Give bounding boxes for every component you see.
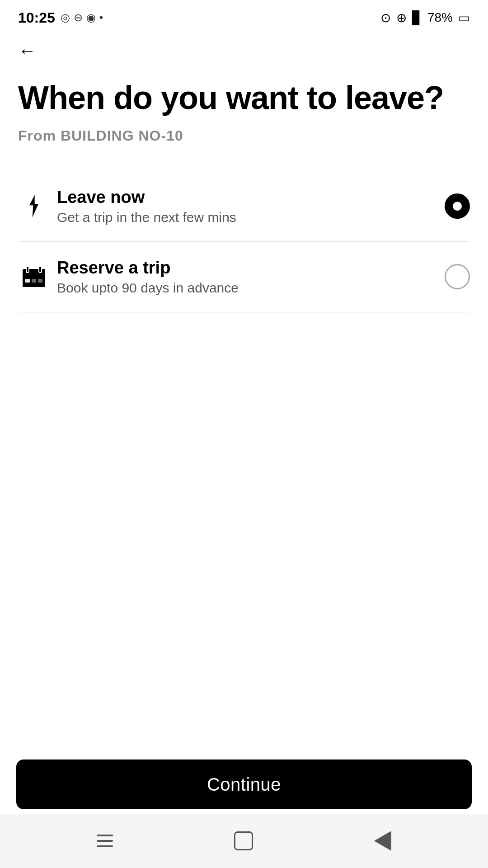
location-icon: ⊙ [380,10,391,25]
option-reserve-trip[interactable]: Reserve a trip Book upto 90 days in adva… [18,242,470,312]
nav-back-button[interactable] [374,831,391,851]
subtitle-location: BUILDING NO-10 [61,127,183,144]
status-time: 10:25 [18,9,55,26]
option-leave-now[interactable]: Leave now Get a trip in the next few min… [18,171,470,242]
svg-rect-3 [26,266,29,273]
lightning-icon-container [18,195,50,217]
back-button[interactable]: ← [0,32,488,70]
page-title: When do you want to leave? [18,79,470,117]
leave-now-text: Leave now Get a trip in the next few min… [50,188,445,225]
leave-now-title: Leave now [57,188,445,207]
status-right: ⊙ ⊕ ▊ 78% ▭ [380,10,470,25]
dot-icon: • [99,11,103,24]
svg-rect-9 [38,279,42,283]
status-icons: ◎ ⊖ ◉ • [61,11,103,24]
reserve-trip-text: Reserve a trip Book upto 90 days in adva… [50,258,445,296]
reserve-trip-desc: Book upto 90 days in advance [57,280,445,296]
reserve-trip-radio[interactable] [445,264,470,289]
signal-icon: ▊ [412,10,422,25]
status-bar: 10:25 ◎ ⊖ ◉ • ⊙ ⊕ ▊ 78% ▭ [0,0,488,32]
lightning-icon [23,195,45,217]
calendar-icon-container [18,265,50,288]
eye-icon: ◎ [61,11,70,24]
subtitle: From BUILDING NO-10 [18,127,470,144]
bottom-nav [0,814,488,868]
svg-marker-0 [29,195,38,217]
svg-rect-4 [39,266,42,273]
back-arrow-icon: ← [18,41,36,61]
minus-circle-icon: ⊖ [74,11,83,24]
wifi-icon: ⊕ [396,10,407,25]
subtitle-prefix: From [18,127,61,144]
svg-rect-8 [32,279,36,283]
main-content: When do you want to leave? From BUILDING… [0,70,488,312]
svg-rect-7 [25,279,30,283]
leave-now-desc: Get a trip in the next few mins [57,210,445,225]
nav-home-button[interactable] [234,831,253,850]
reserve-trip-title: Reserve a trip [57,258,445,278]
continue-button[interactable]: Continue [16,760,472,809]
battery-icon: ▭ [458,10,470,25]
eye2-icon: ◉ [86,11,96,24]
leave-now-radio[interactable] [445,193,470,219]
status-left: 10:25 ◎ ⊖ ◉ • [18,9,103,26]
battery-percent: 78% [427,10,453,25]
nav-menu-button[interactable] [97,835,113,847]
calendar-icon [22,265,46,288]
